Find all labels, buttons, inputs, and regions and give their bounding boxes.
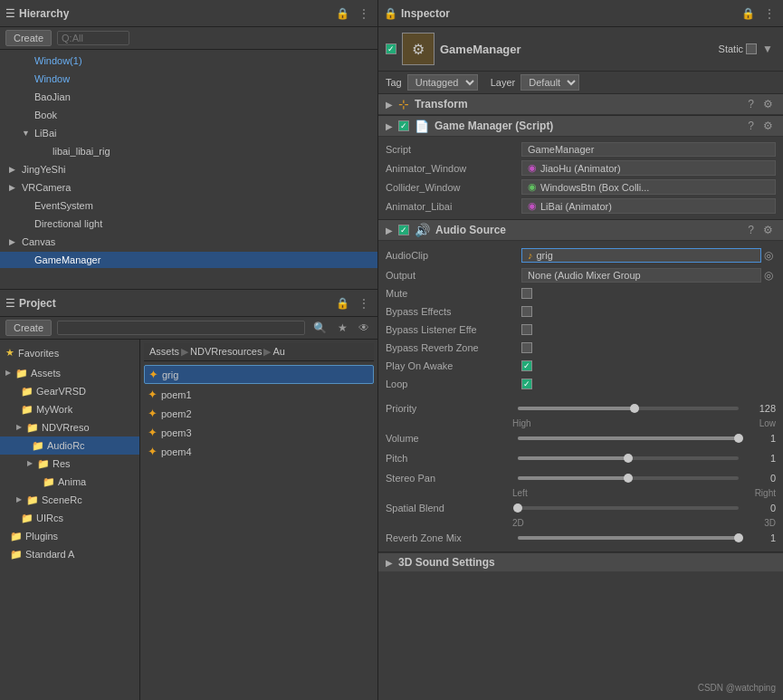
project-lock-btn[interactable]: 🔒 — [333, 296, 352, 311]
object-enabled-checkbox[interactable] — [386, 43, 396, 54]
project-create-btn[interactable]: Create — [5, 320, 52, 336]
inspector-lock-btn[interactable]: 🔒 — [739, 6, 758, 21]
hierarchy-create-btn[interactable]: Create — [5, 30, 52, 46]
tree-anima[interactable]: 📁 Anima — [0, 473, 139, 491]
priority-slider[interactable] — [518, 407, 739, 410]
collider-window-value[interactable]: ◉ WindowsBtn (Box Colli... — [521, 179, 776, 195]
tree-item-canvas[interactable]: ▶ Canvas — [0, 233, 377, 251]
stereo-left-label: Left — [512, 488, 528, 498]
tree-item-eventsystem[interactable]: EventSystem — [0, 197, 377, 215]
audio-enabled-checkbox[interactable] — [398, 225, 409, 235]
bypass-listener-checkbox[interactable] — [521, 324, 532, 335]
gm-arrow-icon — [386, 121, 393, 131]
tree-item-book[interactable]: Book — [0, 106, 377, 124]
audio-settings-btn[interactable]: ⚙ — [760, 223, 776, 237]
audioclip-value-box[interactable]: ♪ grig — [521, 248, 761, 263]
tree-item-vrcamera[interactable]: ▶ VRCamera — [0, 178, 377, 197]
tree-res[interactable]: ▶ 📁 Res — [0, 455, 139, 473]
project-menu-btn[interactable]: ⋮ — [356, 296, 372, 311]
transform-settings-btn[interactable]: ⚙ — [760, 97, 776, 111]
file-poem1[interactable]: ✦ poem1 — [144, 386, 374, 403]
hierarchy-search-input[interactable] — [57, 31, 129, 45]
sound-3d-arrow-icon — [386, 558, 393, 568]
tree-uircs[interactable]: 📁 UIRcs — [0, 509, 139, 527]
tree-audiorc[interactable]: 📁 AudioRc — [0, 436, 139, 455]
bypass-reverb-checkbox[interactable] — [521, 342, 532, 353]
hierarchy-menu-btn[interactable]: ⋮ — [356, 6, 372, 21]
tree-item-window[interactable]: Window — [0, 70, 377, 88]
inspector-menu-btn[interactable]: ⋮ — [761, 6, 778, 21]
tree-item-window1[interactable]: Window(1) — [0, 52, 377, 70]
project-eye-btn[interactable]: 👁 — [356, 321, 372, 335]
mywork-folder-icon: 📁 — [21, 402, 33, 417]
gm-script-row: Script GameManager — [378, 140, 783, 158]
transform-help-btn[interactable]: ? — [745, 97, 757, 111]
tree-standard-a[interactable]: 📁 Standard A — [0, 545, 139, 563]
file-grig[interactable]: ✦ grig — [144, 365, 374, 384]
pitch-slider[interactable] — [518, 456, 739, 460]
gm-help-btn[interactable]: ? — [745, 119, 757, 133]
tree-ndvrreso[interactable]: ▶ 📁 NDVRreso — [0, 418, 139, 436]
game-manager-header[interactable]: 📄 Game Manager (Script) ? ⚙ — [378, 116, 783, 137]
audio-source-header[interactable]: 🔊 Audio Source ? ⚙ — [378, 220, 783, 241]
layer-dropdown[interactable]: Default — [520, 74, 579, 91]
tree-item-directional-light[interactable]: Directional light — [0, 215, 377, 233]
tree-gearvrsd[interactable]: 📁 GearVRSD — [0, 382, 139, 400]
object-icon-box: ⚙ — [402, 33, 434, 65]
tree-item-jingyeshi[interactable]: ▶ JingYeShi — [0, 160, 377, 178]
file-poem3[interactable]: ✦ poem3 — [144, 424, 374, 441]
reverb-mix-slider[interactable] — [518, 536, 739, 540]
transform-header[interactable]: ⊹ Transform ? ⚙ — [378, 94, 783, 115]
priority-row: Priority 128 — [378, 398, 783, 418]
gm-settings-btn[interactable]: ⚙ — [760, 119, 776, 133]
file-poem2-label: poem2 — [161, 408, 192, 419]
inspector-lock-icon: 🔒 — [384, 7, 397, 20]
static-dropdown-btn[interactable]: ▼ — [759, 42, 776, 56]
volume-slider[interactable] — [518, 436, 739, 440]
hierarchy-lock-btn[interactable]: 🔒 — [333, 6, 352, 21]
scenerc-label: SceneRc — [42, 493, 82, 507]
spatial-blend-slider[interactable] — [518, 506, 739, 510]
audioclip-pick-btn[interactable]: ◎ — [761, 248, 776, 263]
animator-libai-value[interactable]: ◉ LiBai (Animator) — [521, 198, 776, 214]
file-poem4[interactable]: ✦ poem4 — [144, 443, 374, 460]
project-files-panel: Assets ▶ NDVRresources ▶ Au ✦ grig ✦ — [140, 340, 377, 700]
output-pick-btn[interactable]: ◎ — [761, 268, 776, 283]
static-checkbox[interactable] — [746, 43, 757, 54]
stereo-pan-slider[interactable] — [518, 476, 739, 480]
favorites-header[interactable]: ★ Favorites — [5, 345, 134, 360]
audioclip-row: AudioClip ♪ grig ◎ — [378, 245, 783, 266]
inspector-content: ⚙ GameManager Static ▼ Tag Untagged Laye… — [378, 27, 783, 700]
output-row: Output None (Audio Mixer Group ◎ — [378, 266, 783, 284]
sound-3d-title: 3D Sound Settings — [398, 556, 495, 569]
gm-script-icon: 📄 — [415, 120, 429, 133]
bypass-effects-checkbox[interactable] — [521, 306, 532, 317]
audio-help-btn[interactable]: ? — [745, 223, 757, 237]
tree-scenerc[interactable]: ▶ 📁 SceneRc — [0, 491, 139, 509]
mute-checkbox[interactable] — [521, 288, 532, 299]
tree-assets-root[interactable]: ▶ 📁 Assets — [0, 364, 139, 382]
assets-arrow-icon: ▶ — [5, 366, 11, 380]
tree-item-libai-rig[interactable]: libai_libai_rig — [0, 142, 377, 160]
project-search-btn[interactable]: 🔍 — [310, 321, 329, 335]
gm-enabled-checkbox[interactable] — [398, 120, 409, 131]
hierarchy-content: Window(1) Window BaoJian — [0, 50, 377, 289]
tag-dropdown[interactable]: Untagged — [407, 74, 478, 91]
loop-checkbox[interactable] — [521, 379, 532, 389]
tree-plugins[interactable]: 📁 Plugins — [0, 527, 139, 545]
inspector-panel-header: 🔒 Inspector 🔒 ⋮ — [378, 0, 783, 27]
animator-window-value[interactable]: ◉ JiaoHu (Animator) — [521, 160, 776, 176]
tree-item-baojian[interactable]: BaoJian — [0, 88, 377, 106]
play-on-awake-checkbox[interactable] — [521, 360, 532, 371]
tree-mywork[interactable]: 📁 MyWork — [0, 400, 139, 418]
tree-item-libai[interactable]: ▼ LiBai — [0, 124, 377, 142]
file-poem2[interactable]: ✦ poem2 — [144, 405, 374, 422]
gm-script-value[interactable]: GameManager — [521, 142, 776, 157]
project-panel-header: ☰ Project 🔒 ⋮ — [0, 290, 377, 317]
tree-item-gamemanager[interactable]: GameManager — [0, 251, 377, 269]
sound-3d-section[interactable]: 3D Sound Settings — [378, 552, 783, 571]
animator-libai-icon: ◉ — [528, 200, 537, 212]
output-value-box[interactable]: None (Audio Mixer Group — [521, 268, 761, 283]
project-star-btn[interactable]: ★ — [335, 321, 350, 335]
project-search-input[interactable] — [57, 321, 305, 335]
